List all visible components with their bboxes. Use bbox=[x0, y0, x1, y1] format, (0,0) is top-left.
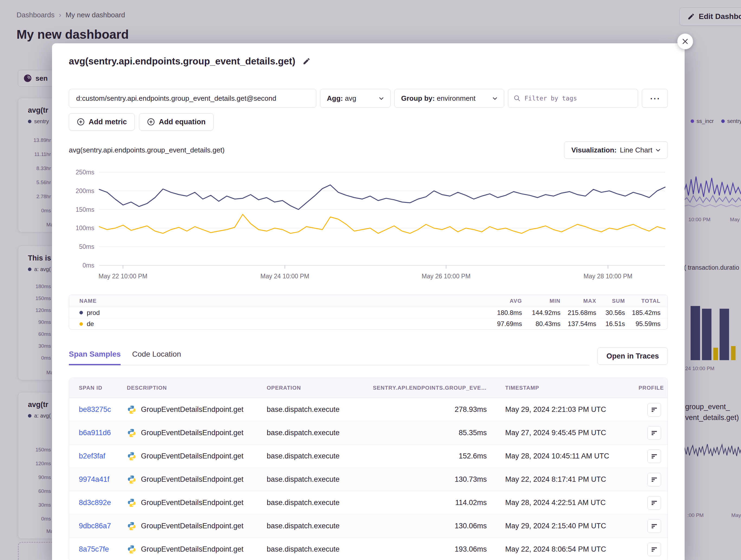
profile-flamegraph-icon bbox=[651, 476, 658, 483]
add-metric-button[interactable]: Add metric bbox=[69, 113, 135, 131]
table-row: b6a911d6 GroupEventDetailsEndpoint.get b… bbox=[69, 421, 668, 445]
samples-tabbar: Span Samples Code Location Open in Trace… bbox=[69, 347, 668, 365]
span-id-link[interactable]: b6a911d6 bbox=[69, 429, 127, 437]
span-duration: 278.93ms bbox=[365, 405, 487, 414]
span-samples-table: SPAN ID DESCRIPTION OPERATION SENTRY.API… bbox=[69, 378, 668, 560]
span-timestamp: May 22, 2024 8:17:41 PM UTC bbox=[487, 475, 638, 484]
plus-circle-icon bbox=[147, 118, 155, 126]
add-equation-button[interactable]: Add equation bbox=[139, 113, 213, 131]
profile-button[interactable] bbox=[648, 543, 661, 556]
edit-title-pencil-icon[interactable] bbox=[302, 57, 311, 65]
span-duration: 85.35ms bbox=[365, 429, 487, 437]
table-row: 9974a41f GroupEventDetailsEndpoint.get b… bbox=[69, 468, 668, 491]
span-timestamp: May 28, 2024 10:45:11 AM UTC bbox=[487, 452, 638, 460]
plus-circle-icon bbox=[77, 118, 85, 126]
modal-close-button[interactable] bbox=[677, 33, 693, 49]
profile-button[interactable] bbox=[648, 496, 661, 510]
svg-text:0ms: 0ms bbox=[83, 262, 94, 269]
table-row: 8a75c7fe GroupEventDetailsEndpoint.get b… bbox=[69, 538, 668, 560]
profile-flamegraph-icon bbox=[651, 429, 658, 436]
series-summary-table: NAME AVG MIN MAX SUM TOTAL prod 180.8ms … bbox=[69, 295, 668, 330]
span-description: GroupEventDetailsEndpoint.get bbox=[127, 545, 267, 554]
span-operation: base.dispatch.execute bbox=[267, 545, 365, 554]
svg-text:50ms: 50ms bbox=[79, 243, 94, 250]
profile-flamegraph-icon bbox=[651, 453, 658, 460]
span-timestamp: May 28, 2024 4:22:51 AM UTC bbox=[487, 498, 638, 507]
tag-filter-field[interactable] bbox=[508, 89, 638, 108]
span-duration: 152.6ms bbox=[365, 452, 487, 460]
table-row: 8d3c892e GroupEventDetailsEndpoint.get b… bbox=[69, 491, 668, 514]
span-duration: 130.73ms bbox=[365, 475, 487, 484]
profile-button[interactable] bbox=[648, 473, 661, 486]
span-id-link[interactable]: 8d3c892e bbox=[69, 498, 127, 507]
svg-text:May 22 10:00 PM: May 22 10:00 PM bbox=[99, 273, 147, 280]
python-icon bbox=[127, 475, 137, 484]
samples-header-row: SPAN ID DESCRIPTION OPERATION SENTRY.API… bbox=[69, 378, 668, 398]
chevron-down-icon bbox=[379, 97, 384, 100]
chevron-down-icon bbox=[656, 149, 661, 152]
span-id-link[interactable]: be83275c bbox=[69, 405, 127, 414]
span-operation: base.dispatch.execute bbox=[267, 498, 365, 507]
search-icon bbox=[514, 95, 521, 102]
series-dot bbox=[79, 311, 83, 314]
visualization-dropdown[interactable]: Visualization: Line Chart bbox=[564, 141, 668, 159]
span-id-link[interactable]: 9974a41f bbox=[69, 475, 127, 484]
svg-text:May 24 10:00 PM: May 24 10:00 PM bbox=[261, 273, 309, 280]
svg-text:May 26 10:00 PM: May 26 10:00 PM bbox=[422, 273, 471, 280]
python-icon bbox=[127, 545, 137, 554]
span-id-link[interactable]: 8a75c7fe bbox=[69, 545, 127, 554]
open-in-traces-button[interactable]: Open in Traces bbox=[597, 347, 668, 365]
modal-title: avg(sentry.api.endpoints.group_event_det… bbox=[69, 56, 295, 67]
summary-header-row: NAME AVG MIN MAX SUM TOTAL bbox=[69, 295, 668, 307]
chart-series-label: avg(sentry.api.endpoints.group_event_det… bbox=[69, 146, 225, 154]
svg-text:100ms: 100ms bbox=[76, 225, 94, 232]
profile-button[interactable] bbox=[648, 519, 661, 533]
span-description: GroupEventDetailsEndpoint.get bbox=[127, 405, 267, 415]
close-icon bbox=[682, 38, 688, 45]
span-description: GroupEventDetailsEndpoint.get bbox=[127, 452, 267, 461]
span-id-link[interactable]: 9dbc86a7 bbox=[69, 522, 127, 530]
table-row: b2ef3faf GroupEventDetailsEndpoint.get b… bbox=[69, 445, 668, 468]
metric-query-input[interactable] bbox=[69, 89, 316, 108]
span-operation: base.dispatch.execute bbox=[267, 475, 365, 484]
more-options-button[interactable]: ⋯ bbox=[642, 89, 668, 108]
svg-text:250ms: 250ms bbox=[76, 169, 94, 176]
group-by-dropdown[interactable]: Group by: environment bbox=[394, 89, 504, 108]
python-icon bbox=[127, 452, 137, 461]
table-row: be83275c GroupEventDetailsEndpoint.get b… bbox=[69, 398, 668, 421]
span-description: GroupEventDetailsEndpoint.get bbox=[127, 521, 267, 531]
span-description: GroupEventDetailsEndpoint.get bbox=[127, 428, 267, 438]
aggregate-dropdown[interactable]: Agg: avg bbox=[320, 89, 391, 108]
tab-span-samples[interactable]: Span Samples bbox=[69, 350, 121, 365]
svg-text:May 28 10:00 PM: May 28 10:00 PM bbox=[584, 273, 632, 280]
table-row: 9dbc86a7 GroupEventDetailsEndpoint.get b… bbox=[69, 514, 668, 538]
span-timestamp: May 27, 2024 9:45:45 PM UTC bbox=[487, 429, 638, 437]
profile-flamegraph-icon bbox=[651, 523, 658, 530]
python-icon bbox=[127, 405, 137, 415]
span-timestamp: May 22, 2024 8:06:54 PM UTC bbox=[487, 545, 638, 554]
span-duration: 114.02ms bbox=[365, 498, 487, 507]
profile-flamegraph-icon bbox=[651, 499, 658, 506]
span-operation: base.dispatch.execute bbox=[267, 405, 365, 414]
summary-row-de[interactable]: de 97.69ms 80.43ms 137.54ms 16.51s 95.59… bbox=[69, 318, 668, 329]
python-icon bbox=[127, 428, 137, 438]
tag-filter-input[interactable] bbox=[525, 95, 632, 102]
span-operation: base.dispatch.execute bbox=[267, 429, 365, 437]
span-operation: base.dispatch.execute bbox=[267, 452, 365, 460]
span-timestamp: May 29, 2024 2:21:03 PM UTC bbox=[487, 405, 638, 414]
profile-button[interactable] bbox=[648, 450, 661, 463]
python-icon bbox=[127, 498, 137, 508]
line-chart: 250ms200ms150ms100ms50ms0msMay 22 10:00 … bbox=[69, 161, 668, 290]
span-id-link[interactable]: b2ef3faf bbox=[69, 452, 127, 460]
profile-flamegraph-icon bbox=[651, 546, 658, 553]
span-timestamp: May 29, 2024 2:15:40 PM UTC bbox=[487, 522, 638, 530]
profile-button[interactable] bbox=[648, 426, 661, 440]
span-operation: base.dispatch.execute bbox=[267, 522, 365, 530]
series-dot bbox=[79, 322, 83, 326]
summary-row-prod[interactable]: prod 180.8ms 144.92ms 215.68ms 30.56s 18… bbox=[69, 307, 668, 318]
profile-button[interactable] bbox=[648, 403, 661, 416]
svg-text:150ms: 150ms bbox=[76, 206, 94, 213]
tab-code-location[interactable]: Code Location bbox=[132, 350, 181, 365]
span-duration: 193.06ms bbox=[365, 545, 487, 554]
profile-flamegraph-icon bbox=[651, 406, 658, 413]
